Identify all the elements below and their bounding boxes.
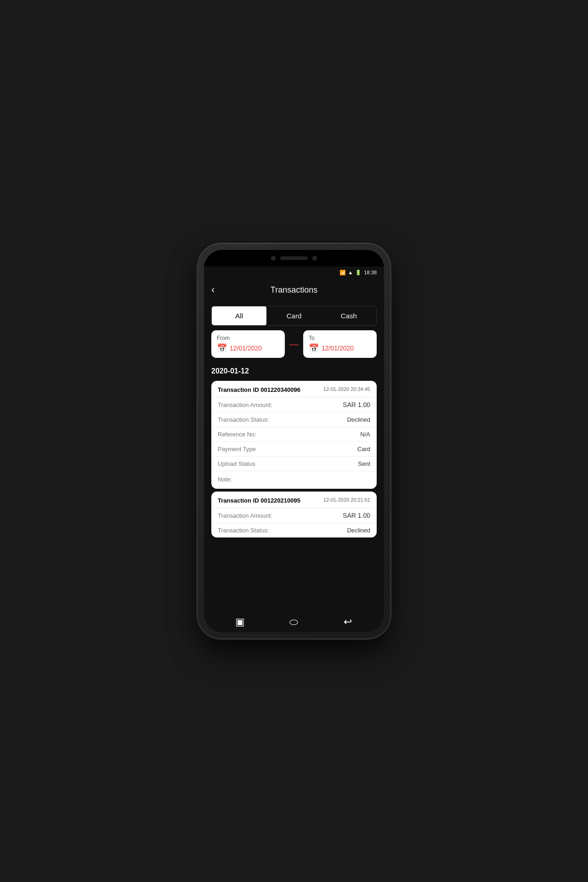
txn-2-status-value: Declined	[347, 527, 370, 534]
app-header: ‹ Transactions	[204, 278, 384, 301]
txn-1-ref-row: Reference No: N/A	[211, 427, 377, 442]
txn-1-payment-label: Payment Type	[218, 446, 256, 452]
nav-home-button[interactable]: ⬭	[286, 614, 302, 630]
txn-1-note-label: Note:	[218, 476, 232, 483]
front-sensor	[312, 256, 317, 260]
txn-2-id: Transaction ID 001220210095	[218, 497, 300, 504]
home-icon: ⬭	[289, 616, 298, 628]
txn-1-status-value: Declined	[347, 416, 370, 423]
txn-1-amount-label: Transaction Amount:	[218, 401, 272, 408]
to-label: To	[309, 335, 371, 341]
transaction-card-1[interactable]: Transaction ID 001220340096 12-01-2020 2…	[211, 381, 377, 489]
date-group-label: 2020-01-12	[204, 362, 384, 378]
phone-screen: 📶 ▲ 🔋 18:38 ‹ Transactions All Card Cash…	[204, 250, 384, 632]
front-camera	[271, 256, 276, 260]
wifi-icon: 📶	[339, 270, 346, 276]
status-bar: 📶 ▲ 🔋 18:38	[204, 266, 384, 278]
battery-icon: 🔋	[355, 270, 362, 276]
from-calendar-icon: 📅	[217, 343, 227, 353]
txn-1-status-row: Transaction Status: Declined	[211, 413, 377, 427]
tab-card[interactable]: Card	[266, 306, 321, 325]
txn-1-upload-row: Upload Status Sent	[211, 457, 377, 471]
txn-2-amount-value: SAR 1.00	[343, 512, 370, 519]
txn-1-upload-label: Upload Status	[218, 460, 255, 467]
phone-frame: 📶 ▲ 🔋 18:38 ‹ Transactions All Card Cash…	[198, 243, 390, 639]
to-calendar-icon: 📅	[309, 343, 319, 353]
txn-2-amount-row: Transaction Amount: SAR 1.00	[211, 508, 377, 523]
txn-2-status-label: Transaction Status:	[218, 527, 269, 534]
txn-1-payment-value: Card	[357, 446, 370, 452]
txn-1-amount-row: Transaction Amount: SAR 1.00	[211, 397, 377, 413]
back-icon: ↩	[344, 616, 352, 628]
txn-1-upload-value: Sent	[358, 460, 370, 467]
to-date-box[interactable]: To 📅 12/01/2020	[303, 330, 377, 358]
txn-1-ref-value: N/A	[360, 431, 370, 438]
tab-all[interactable]: All	[212, 306, 266, 325]
tab-bar: All Card Cash	[211, 306, 377, 326]
nav-back-button[interactable]: ↩	[339, 614, 356, 630]
from-date-box[interactable]: From 📅 12/01/2020	[211, 330, 285, 358]
txn-1-header: Transaction ID 001220340096 12-01-2020 2…	[211, 381, 377, 397]
txn-1-ref-label: Reference No:	[218, 431, 256, 438]
txn-1-status-label: Transaction Status:	[218, 416, 269, 423]
clock: 18:38	[364, 270, 377, 275]
txn-2-header: Transaction ID 001220210095 12-01-2020 2…	[211, 492, 377, 508]
scroll-area[interactable]: All Card Cash From 📅 12/01/2020 — To	[204, 301, 384, 612]
recents-icon: ▣	[235, 616, 245, 628]
page-title: Transactions	[271, 285, 317, 295]
txn-1-id: Transaction ID 001220340096	[218, 386, 300, 393]
transaction-card-2[interactable]: Transaction ID 001220210095 12-01-2020 2…	[211, 492, 377, 537]
date-range-separator: —	[289, 339, 299, 350]
txn-1-note-row: Note:	[211, 471, 377, 489]
nav-recents-button[interactable]: ▣	[232, 614, 249, 630]
back-button[interactable]: ‹	[211, 284, 225, 296]
txn-1-datetime: 12-01-2020 20:34:45	[323, 386, 370, 392]
phone-top-hardware	[204, 250, 384, 266]
bottom-nav: ▣ ⬭ ↩	[204, 612, 384, 632]
txn-2-status-row: Transaction Status: Declined	[211, 523, 377, 537]
speaker-grille	[280, 256, 308, 260]
from-label: From	[217, 335, 279, 341]
txn-2-amount-label: Transaction Amount:	[218, 512, 272, 519]
signal-icon: ▲	[348, 270, 353, 275]
from-date-value: 12/01/2020	[230, 345, 262, 352]
to-date-value: 12/01/2020	[322, 345, 354, 352]
date-filter: From 📅 12/01/2020 — To 📅 12/01/2020	[211, 330, 377, 358]
txn-1-payment-row: Payment Type Card	[211, 442, 377, 457]
txn-1-amount-value: SAR 1.00	[343, 401, 370, 408]
tab-cash[interactable]: Cash	[322, 306, 376, 325]
txn-2-datetime: 12-01-2020 20:21:51	[323, 497, 370, 503]
